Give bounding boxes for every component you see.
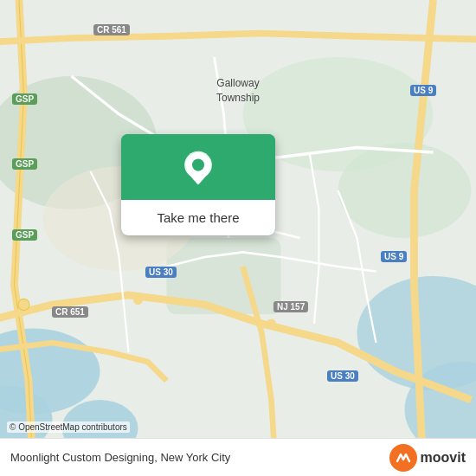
map-container: Galloway Township CR 561 GSP GSP GSP US …	[0, 0, 476, 476]
road-label-cr561: CR 561	[93, 24, 130, 35]
take-me-there-button[interactable]: Take me there	[121, 200, 275, 235]
galloway-township-label: Galloway Township	[216, 76, 260, 106]
road-label-us9-1: US 9	[410, 85, 436, 96]
location-name: Moonlight Custom Designing, New York Cit…	[10, 451, 230, 464]
road-label-gsp1: GSP	[12, 93, 37, 105]
moovit-logo[interactable]: moovit	[389, 444, 466, 472]
road-label-cr651: CR 651	[52, 306, 88, 318]
svg-point-13	[267, 319, 276, 329]
popup-icon-area	[121, 134, 275, 200]
svg-point-15	[192, 159, 204, 171]
svg-point-8	[338, 143, 472, 238]
moovit-logo-icon	[389, 444, 417, 472]
moovit-logo-text: moovit	[421, 450, 466, 466]
svg-point-11	[18, 299, 29, 310]
road-label-nj157: NJ 157	[273, 301, 308, 312]
map-attribution: © OpenStreetMap contributors	[7, 421, 130, 433]
bottom-bar: Moonlight Custom Designing, New York Cit…	[0, 438, 476, 476]
road-label-us30-2: US 30	[327, 370, 358, 382]
road-label-us9-2: US 9	[381, 251, 407, 262]
take-me-there-popup[interactable]: Take me there	[121, 134, 275, 235]
road-label-gsp3: GSP	[12, 229, 37, 241]
location-pin-icon	[179, 150, 217, 188]
svg-point-12	[133, 295, 143, 305]
road-label-us30-1: US 30	[145, 267, 177, 278]
road-label-gsp2: GSP	[12, 158, 37, 170]
